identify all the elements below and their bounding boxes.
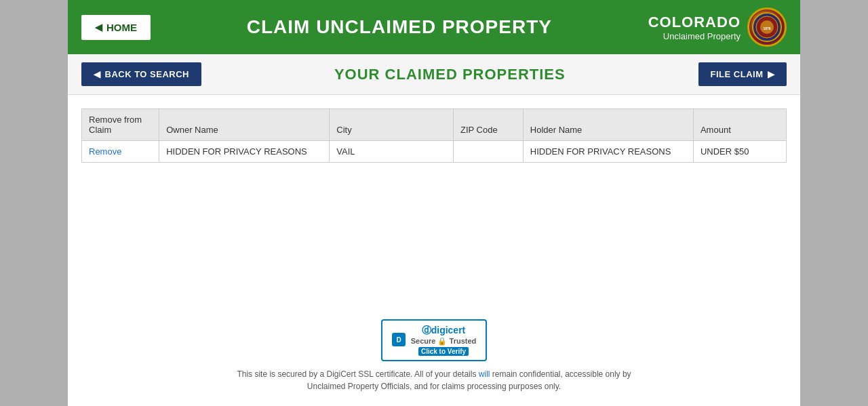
properties-table: Remove from Claim Owner Name City ZIP Co… (81, 108, 787, 163)
cell-remove: Remove (82, 141, 159, 163)
will-text: will (479, 369, 490, 379)
col-header-amount: Amount (693, 109, 786, 141)
state-seal: 1876 (747, 7, 787, 47)
back-arrow-icon: ◀ (94, 69, 101, 79)
click-to-verify[interactable]: Click to Verify (418, 347, 469, 356)
col-header-holder-name: Holder Name (523, 109, 693, 141)
col-header-city: City (330, 109, 454, 141)
col-header-owner-name: Owner Name (159, 109, 330, 141)
col-header-remove: Remove from Claim (82, 109, 159, 141)
header: ◀ HOME CLAIM UNCLAIMED PROPERTY COLORADO… (68, 0, 800, 54)
trusted-label: Trusted (450, 337, 477, 345)
footer-text: This site is secured by a DigiCert SSL c… (231, 368, 637, 392)
table-body: RemoveHIDDEN FOR PRIVACY REASONSVAILHIDD… (82, 141, 787, 163)
back-label: BACK TO SEARCH (105, 69, 190, 79)
cell-owner-name: HIDDEN FOR PRIVACY REASONS (159, 141, 330, 163)
cell-zip-code (454, 141, 524, 163)
arrow-left-icon: ◀ (95, 22, 102, 33)
digicert-logo: D (392, 333, 406, 348)
seal-inner: 1876 (750, 10, 784, 44)
header-sub-title: Unclaimed Property (648, 31, 741, 41)
home-label: HOME (106, 22, 137, 33)
main-content: Remove from Claim Owner Name City ZIP Co… (68, 95, 800, 306)
cell-holder-name: HIDDEN FOR PRIVACY REASONS (523, 141, 693, 163)
col-header-zip-code: ZIP Code (454, 109, 524, 141)
secure-label: Secure (411, 337, 436, 345)
table-header-row: Remove from Claim Owner Name City ZIP Co… (82, 109, 787, 141)
lock-icon: 🔒 (437, 337, 449, 345)
svg-text:D: D (396, 336, 401, 344)
cell-city: VAIL (330, 141, 454, 163)
digicert-badge-inner: D ⓓdigicert Secure 🔒 Trusted Click to Ve… (392, 325, 477, 356)
back-to-search-button[interactable]: ◀ BACK TO SEARCH (81, 62, 201, 86)
footer: D ⓓdigicert Secure 🔒 Trusted Click to Ve… (68, 306, 800, 406)
digicert-badge[interactable]: D ⓓdigicert Secure 🔒 Trusted Click to Ve… (381, 319, 488, 361)
digicert-name: ⓓdigicert (422, 325, 466, 336)
header-title: CLAIM UNCLAIMED PROPERTY (151, 16, 648, 38)
digicert-text: ⓓdigicert Secure 🔒 Trusted Click to Veri… (411, 325, 477, 356)
page-wrapper: ◀ HOME CLAIM UNCLAIMED PROPERTY COLORADO… (68, 0, 800, 406)
header-logo: COLORADO Unclaimed Property 1876 (648, 7, 787, 47)
remove-link[interactable]: Remove (89, 146, 121, 157)
table-row: RemoveHIDDEN FOR PRIVACY REASONSVAILHIDD… (82, 141, 787, 163)
file-claim-label: FILE CLAIM (711, 69, 764, 79)
file-claim-arrow-icon: ▶ (768, 69, 775, 79)
home-button[interactable]: ◀ HOME (81, 15, 151, 40)
svg-text:1876: 1876 (763, 26, 770, 31)
sub-header: ◀ BACK TO SEARCH YOUR CLAIMED PROPERTIES… (68, 54, 800, 95)
header-logo-text: COLORADO Unclaimed Property (648, 14, 741, 41)
state-name: COLORADO (648, 14, 741, 31)
cell-amount: UNDER $50 (693, 141, 786, 163)
file-claim-button[interactable]: FILE CLAIM ▶ (698, 62, 787, 86)
page-title: YOUR CLAIMED PROPERTIES (201, 66, 698, 83)
